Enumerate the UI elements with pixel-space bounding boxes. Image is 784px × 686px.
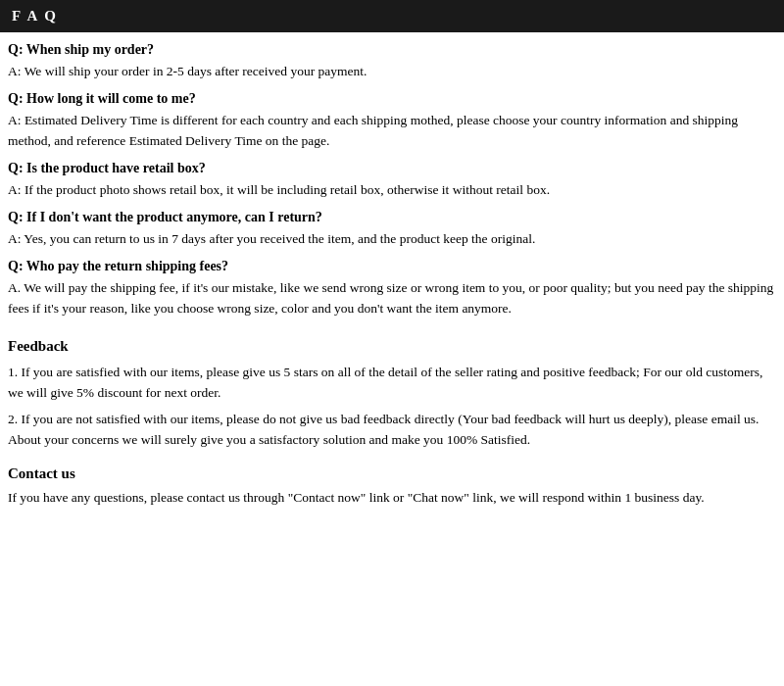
feedback-title: Feedback bbox=[8, 338, 776, 355]
faq-answer-3: A: If the product photo shows retail box… bbox=[8, 180, 776, 200]
faq-item-5: Q: Who pay the return shipping fees? A. … bbox=[8, 259, 776, 318]
faq-section: Q: When ship my order? A: We will ship y… bbox=[0, 42, 784, 318]
faq-title: F A Q bbox=[12, 8, 58, 24]
faq-answer-2: A: Estimated Delivery Time is different … bbox=[8, 111, 776, 151]
faq-question-2: Q: How long it will come to me? bbox=[8, 91, 776, 107]
feedback-point-1: 1. If you are satisfied with our items, … bbox=[8, 363, 776, 404]
faq-answer-1: A: We will ship your order in 2-5 days a… bbox=[8, 62, 776, 81]
faq-answer-4: A: Yes, you can return to us in 7 days a… bbox=[8, 229, 776, 249]
faq-question-5: Q: Who pay the return shipping fees? bbox=[8, 259, 776, 274]
faq-question-3: Q: Is the product have retail box? bbox=[8, 161, 776, 176]
faq-item-3: Q: Is the product have retail box? A: If… bbox=[8, 161, 776, 200]
contact-section: Contact us If you have any questions, pl… bbox=[0, 462, 784, 518]
faq-header: F A Q bbox=[0, 0, 784, 32]
page-container: F A Q Q: When ship my order? A: We will … bbox=[0, 0, 784, 518]
faq-item-4: Q: If I don't want the product anymore, … bbox=[8, 210, 776, 249]
feedback-point-2: 2. If you are not satisfied with our ite… bbox=[8, 410, 776, 451]
faq-question-1: Q: When ship my order? bbox=[8, 42, 776, 58]
feedback-section: Feedback 1. If you are satisfied with ou… bbox=[0, 328, 784, 463]
faq-item-1: Q: When ship my order? A: We will ship y… bbox=[8, 42, 776, 81]
contact-text: If you have any questions, please contac… bbox=[8, 488, 776, 509]
faq-item-2: Q: How long it will come to me? A: Estim… bbox=[8, 91, 776, 151]
faq-answer-5: A. We will pay the shipping fee, if it's… bbox=[8, 278, 776, 318]
faq-question-4: Q: If I don't want the product anymore, … bbox=[8, 210, 776, 225]
contact-title: Contact us bbox=[8, 466, 776, 482]
